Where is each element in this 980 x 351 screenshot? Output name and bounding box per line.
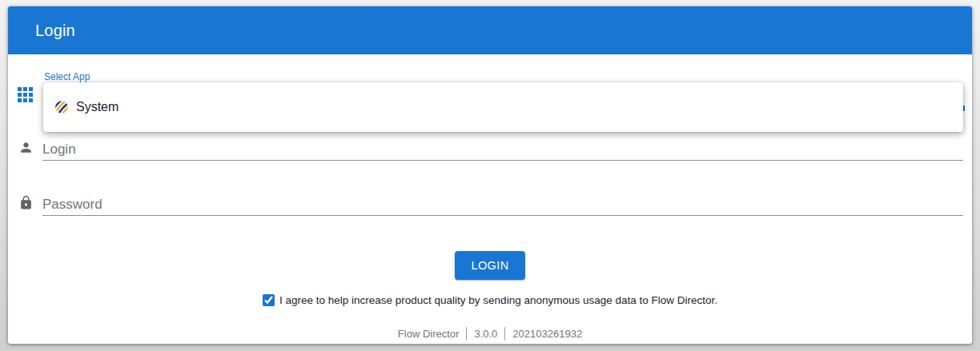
apps-grid-icon[interactable] <box>18 87 33 102</box>
consent-label: I agree to help increase product quality… <box>279 294 717 306</box>
login-button[interactable]: LOGIN <box>455 251 525 280</box>
footer-divider <box>466 327 467 341</box>
select-app-label: Select App <box>44 71 90 82</box>
footer-version: 3.0.0 <box>474 328 497 340</box>
footer-product: Flow Director <box>398 328 460 340</box>
header-bar: Login <box>8 6 972 54</box>
footer-divider <box>504 327 505 341</box>
app-option-system[interactable]: System <box>54 82 963 132</box>
login-card: Login Select App System <box>8 6 972 344</box>
app-dropdown-panel: System <box>43 82 963 132</box>
login-input[interactable] <box>42 139 963 161</box>
lock-icon <box>18 195 34 210</box>
consent-checkbox[interactable] <box>263 294 275 306</box>
person-icon <box>18 140 34 155</box>
page-title: Login <box>35 22 75 40</box>
app-option-label: System <box>76 100 118 114</box>
flow-director-logo-icon <box>54 100 69 114</box>
footer: Flow Director 3.0.0 202103261932 <box>8 327 972 341</box>
password-input[interactable] <box>42 194 963 216</box>
consent-row: I agree to help increase product quality… <box>8 294 972 306</box>
footer-build: 202103261932 <box>512 328 582 340</box>
